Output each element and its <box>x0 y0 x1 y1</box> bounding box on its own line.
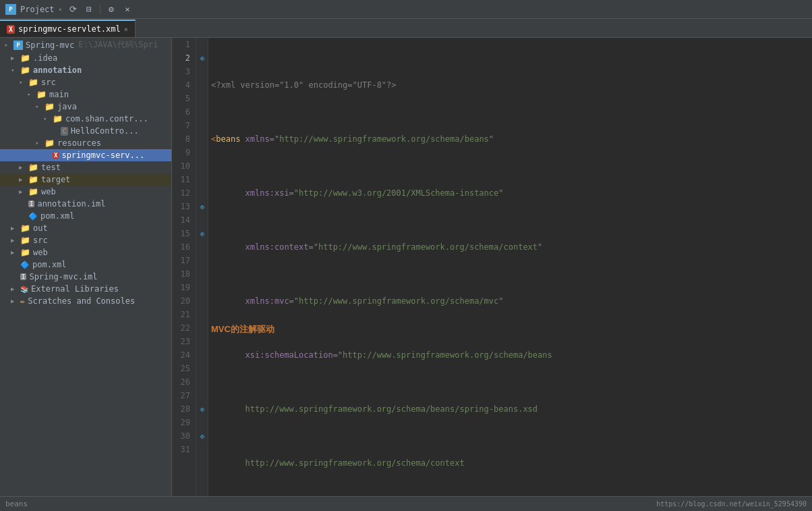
xml-space <box>240 132 245 146</box>
code-line-5: xmlns:mvc="http://www.springframework.or… <box>211 294 812 308</box>
sidebar-item-pom-root[interactable]: 🔷 pom.xml <box>0 259 171 271</box>
sidebar-item-java[interactable]: ▾ 📁 java <box>0 101 171 113</box>
gutter-item-7 <box>196 119 208 132</box>
code-line-8: http://www.springframework.org/schema/co… <box>211 456 812 470</box>
main-content: ▾ P Spring-mvc E:\JAVA\代码\Spri ▶ 📁 .idea… <box>0 38 812 496</box>
close-icon[interactable]: × <box>122 4 133 15</box>
folder-blue-icon: 📁 <box>45 102 55 111</box>
gutter-item-15[interactable]: ⊕ <box>196 227 208 240</box>
separator <box>100 5 100 14</box>
gutter-item-6 <box>196 105 208 119</box>
sidebar-item-idea[interactable]: ▶ 📁 .idea <box>0 52 171 64</box>
sidebar-item-label: src <box>33 236 48 245</box>
chevron-down-icon[interactable]: ▾ <box>59 6 62 13</box>
line-num-30: 30 <box>177 429 190 443</box>
gutter-item-17 <box>196 254 208 267</box>
gutter-item-31 <box>196 443 208 456</box>
sidebar-item-resources[interactable]: ▾ 📁 resources <box>0 137 171 149</box>
sidebar-item-com-shan[interactable]: ▾ 📁 com.shan.contr... <box>0 113 171 125</box>
gutter-item-30[interactable]: ⊕ <box>196 429 208 443</box>
code-line-7: http://www.springframework.org/schema/be… <box>211 402 812 416</box>
gutter-item-22 <box>196 321 208 335</box>
chevron-right-icon: ▶ <box>11 55 18 61</box>
code-line-6: xsi:schemaLocation="http://www.springfra… <box>211 348 812 362</box>
sidebar-item-label: target <box>41 175 70 184</box>
iml-icon: I <box>20 273 26 280</box>
chevron-down-icon: ▾ <box>35 140 42 146</box>
sidebar-item-spring-mvc-root[interactable]: ▾ P Spring-mvc E:\JAVA\代码\Spri <box>0 38 171 52</box>
line-num-11: 11 <box>177 173 190 186</box>
line-num-31: 31 <box>177 443 190 456</box>
sidebar-item-hellocontroller[interactable]: C HelloContro... <box>0 125 171 137</box>
line-num-19: 19 <box>177 281 190 294</box>
code-line-1: <?xml version="1.0" encoding="UTF-8"?> <box>211 78 812 92</box>
sidebar-item-web[interactable]: ▶ 📁 web <box>0 186 171 198</box>
java-class-icon: C <box>61 127 68 136</box>
chevron-down-icon: ▾ <box>43 115 50 122</box>
pom-icon: 🔷 <box>28 212 38 221</box>
sidebar-item-target[interactable]: ▶ 📁 target <box>0 173 171 186</box>
line-num-22: 22 <box>177 321 190 335</box>
gutter-item-26 <box>196 375 208 389</box>
tab-springmvc-servlet[interactable]: X springmvc-servlet.xml × <box>0 20 136 37</box>
sidebar-item-label: com.shan.contr... <box>65 114 148 124</box>
sidebar-item-label: springmvc-serv... <box>61 151 144 160</box>
sidebar-item-label: main <box>49 90 69 99</box>
sidebar-item-web-root[interactable]: ▶ 📁 web <box>0 246 171 259</box>
line-num-10: 10 <box>177 159 190 173</box>
chevron-down-icon: ▾ <box>35 103 42 110</box>
line-num-25: 25 <box>177 362 190 375</box>
gutter-item-2[interactable]: ⊕ <box>196 51 208 65</box>
sidebar-item-external-libraries[interactable]: ▶ 📚 External Libraries <box>0 283 171 295</box>
sidebar-item-test[interactable]: ▶ 📁 test <box>0 161 171 173</box>
settings-icon[interactable]: ⚙ <box>106 4 117 15</box>
editor-area[interactable]: 1 2 3 4 5 6 7 8 9 10 11 12 13 14 15 16 1… <box>172 38 812 496</box>
line-num-4: 4 <box>177 78 190 92</box>
code-editor[interactable]: <?xml version="1.0" encoding="UTF-8"?> <… <box>208 38 812 496</box>
gutter-item-10 <box>196 159 208 173</box>
gutter-item-24 <box>196 348 208 362</box>
sync-icon[interactable]: ⟳ <box>67 4 78 15</box>
folder-icon: 📁 <box>28 175 38 184</box>
sidebar-item-src-root[interactable]: ▶ 📁 src <box>0 234 171 246</box>
gutter-item-5 <box>196 92 208 105</box>
sidebar-item-label: web <box>41 187 56 196</box>
status-right: https://blog.csdn.net/weixin_52954390 <box>656 500 807 508</box>
gutter-item-27 <box>196 389 208 402</box>
collapse-icon[interactable]: ⊟ <box>84 4 94 15</box>
sidebar-item-out[interactable]: ▶ 📁 out <box>0 222 171 234</box>
gutter-item-11 <box>196 173 208 186</box>
line-num-8: 8 <box>177 132 190 146</box>
sidebar-item-spring-mvc-iml[interactable]: I Spring-mvc.iml <box>0 271 171 283</box>
folder-icon: 📁 <box>20 65 30 75</box>
sidebar-item-annotation-iml[interactable]: I annotation.iml <box>0 198 171 210</box>
chevron-down-icon: ▾ <box>27 91 34 98</box>
line-num-13: 13 <box>177 200 190 213</box>
sidebar-item-main[interactable]: ▾ 📁 main <box>0 88 171 101</box>
line-num-5: 5 <box>177 92 190 105</box>
line-num-16: 16 <box>177 240 190 254</box>
sidebar-item-src[interactable]: ▾ 📁 src <box>0 76 171 88</box>
mvc-annotation-label: MVC的注解驱动 <box>211 323 274 336</box>
chevron-right-icon: ▶ <box>11 237 18 244</box>
chevron-down-icon: ▾ <box>11 67 18 74</box>
project-label[interactable]: Project <box>20 5 55 14</box>
line-num-2: 2 <box>177 51 190 65</box>
gutter-item-28[interactable]: ⊕ <box>196 402 208 416</box>
sidebar-item-label: test <box>41 163 61 172</box>
sidebar-root-path: E:\JAVA\代码\Spri <box>78 39 158 51</box>
sidebar-item-pom-xml[interactable]: 🔷 pom.xml <box>0 210 171 222</box>
tab-close-button[interactable]: × <box>124 26 128 33</box>
sidebar-item-annotation[interactable]: ▾ 📁 annotation <box>0 64 171 76</box>
sidebar-item-label: .idea <box>33 53 57 63</box>
line-num-3: 3 <box>177 65 190 78</box>
gutter-item-13[interactable]: ⊕ <box>196 200 208 213</box>
chevron-right-icon: ▶ <box>11 286 18 292</box>
sidebar-item-scratches[interactable]: ▶ ✏ Scratches and Consoles <box>0 295 171 307</box>
sidebar-root-label: Spring-mvc <box>26 41 74 50</box>
gutter-item-4 <box>196 78 208 92</box>
gutter-item-25 <box>196 362 208 375</box>
title-bar-icons: ⟳ ⊟ ⚙ × <box>67 4 133 15</box>
sidebar-item-springmvc-servlet[interactable]: X springmvc-serv... <box>0 149 171 161</box>
xml-open-tag: < <box>211 132 216 146</box>
